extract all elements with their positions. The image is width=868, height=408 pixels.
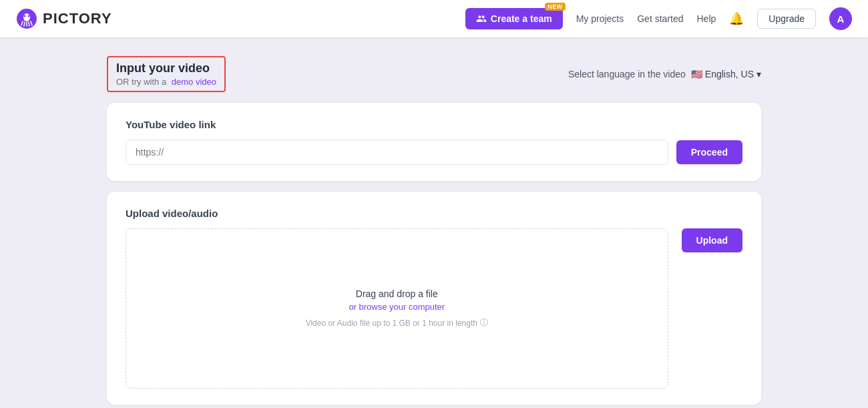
logo-text: PICTORY xyxy=(43,10,112,27)
nav-get-started[interactable]: Get started xyxy=(637,13,683,24)
svg-line-5 xyxy=(24,22,25,26)
people-icon xyxy=(476,13,487,24)
input-title: Input your video xyxy=(116,61,216,75)
or-try-prefix: OR try with a xyxy=(116,77,166,87)
drop-sub-text: or browse your computer xyxy=(349,302,445,312)
notification-bell-icon[interactable]: 🔔 xyxy=(729,11,744,26)
youtube-card-title: YouTube video link xyxy=(126,119,742,130)
svg-point-2 xyxy=(24,15,26,17)
logo-icon xyxy=(16,8,37,29)
youtube-card: YouTube video link Proceed xyxy=(107,103,761,181)
language-selector: Select language in the video 🇺🇸 English,… xyxy=(568,69,761,79)
main-content: Input your video OR try with a demo vide… xyxy=(0,37,868,408)
flag-icon: 🇺🇸 xyxy=(691,69,702,79)
upload-button[interactable]: Upload xyxy=(682,228,742,252)
new-badge: NEW xyxy=(545,3,566,11)
language-label: Select language in the video xyxy=(568,69,686,79)
or-try-text: OR try with a demo video xyxy=(116,77,216,87)
svg-point-1 xyxy=(23,13,30,21)
language-value: English, US xyxy=(705,69,754,79)
drop-main-text: Drag and drop a file xyxy=(356,288,438,299)
upload-card-title: Upload video/audio xyxy=(126,208,742,219)
video-header: Input your video OR try with a demo vide… xyxy=(107,56,761,92)
drop-hint: Video or Audio file up to 1 GB or 1 hour… xyxy=(306,317,488,329)
info-icon: ⓘ xyxy=(480,317,488,329)
create-team-label: Create a team xyxy=(491,13,552,24)
avatar[interactable]: A xyxy=(829,7,852,30)
proceed-button[interactable]: Proceed xyxy=(676,140,742,164)
upload-row: Drag and drop a file or browse your comp… xyxy=(126,228,742,389)
input-title-box: Input your video OR try with a demo vide… xyxy=(107,56,226,92)
create-team-button[interactable]: NEW Create a team xyxy=(465,8,563,29)
drop-hint-text: Video or Audio file up to 1 GB or 1 hour… xyxy=(306,319,477,328)
upload-card: Upload video/audio Drag and drop a file … xyxy=(107,192,761,405)
nav-help[interactable]: Help xyxy=(697,13,716,24)
svg-point-3 xyxy=(28,15,30,17)
youtube-row: Proceed xyxy=(126,140,742,165)
language-dropdown[interactable]: 🇺🇸 English, US ▾ xyxy=(691,69,761,79)
svg-line-7 xyxy=(29,22,29,26)
header: PICTORY NEW Create a team My projects Ge… xyxy=(0,0,868,37)
demo-video-link[interactable]: demo video xyxy=(172,77,216,87)
logo-area: PICTORY xyxy=(16,8,112,29)
nav-my-projects[interactable]: My projects xyxy=(576,13,624,24)
dropzone[interactable]: Drag and drop a file or browse your comp… xyxy=(126,228,668,389)
upgrade-button[interactable]: Upgrade xyxy=(757,9,816,29)
chevron-down-icon: ▾ xyxy=(756,69,761,79)
youtube-url-input[interactable] xyxy=(126,140,668,165)
upload-btn-wrapper: Upload xyxy=(682,228,742,252)
header-right: NEW Create a team My projects Get starte… xyxy=(465,7,852,30)
